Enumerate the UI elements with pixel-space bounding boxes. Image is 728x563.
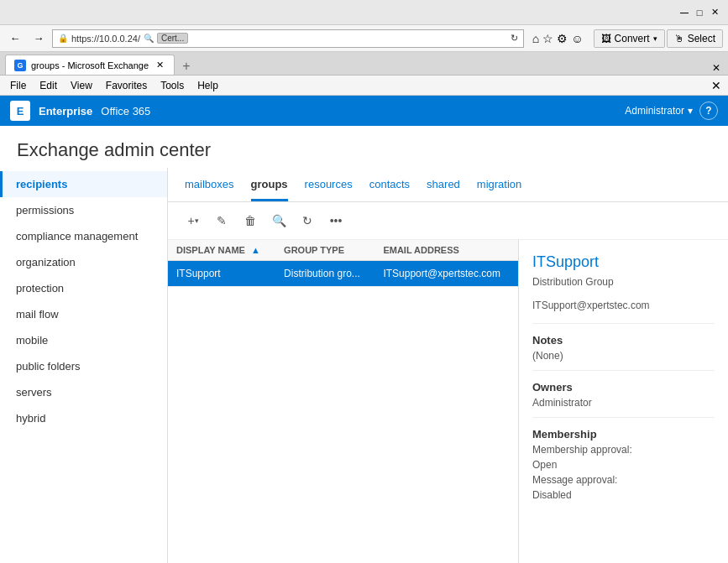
sidebar-item-compliance[interactable]: compliance management [0,223,167,249]
table-body: ITSupport Distribution gro... ITSupport@… [168,261,518,287]
gear-icon[interactable]: ⚙ [557,32,568,45]
browser-close-button[interactable]: ✕ [710,61,723,75]
detail-subtitle-line1: Distribution Group [532,276,715,288]
toolbar-icons: ⌂ ☆ ⚙ ☺ [532,32,584,45]
membership-label: Membership [532,428,715,440]
titlebar-right: ─ □ ✕ [678,6,721,19]
add-icon: + [187,214,194,227]
subnav-shared[interactable]: shared [427,168,460,201]
admin-label: Administrator [625,105,684,117]
menu-favorites[interactable]: Favorites [99,78,154,93]
tab-icon: G [14,60,26,71]
browser-toolbar-right: 🖼 Convert ▾ 🖱 Select [594,29,723,48]
owners-label: Owners [532,381,715,394]
app-wrapper: ─ □ ✕ ← → 🔒 https://10.0.0.24/ 🔍 Cert...… [0,0,728,563]
address-bar[interactable]: 🔒 https://10.0.0.24/ 🔍 Cert... ↻ [52,29,524,48]
table-row[interactable]: ITSupport Distribution gro... ITSupport@… [168,261,518,287]
sidebar-item-mobile[interactable]: mobile [0,327,167,353]
search-button[interactable]: 🔍 [267,209,291,232]
more-button[interactable]: ••• [324,209,348,232]
sidebar-item-hybrid[interactable]: hybrid [0,405,167,431]
sidebar-item-protection[interactable]: protection [0,275,167,301]
sidebar-item-permissions[interactable]: permissions [0,197,167,223]
sidebar-item-organization[interactable]: organization [0,249,167,275]
admin-dropdown-arrow: ▾ [688,105,693,117]
more-icon: ••• [330,214,343,227]
back-button[interactable]: ← [5,29,25,49]
refresh-icon: ↻ [302,214,312,227]
page-title: Exchange admin center [0,126,728,168]
col-group-type: GROUP TYPE [275,240,374,261]
subnav-resources[interactable]: resources [305,168,353,201]
owners-value: Administrator [532,397,715,409]
edit-icon: ✎ [217,214,227,227]
content-toolbar: + ▾ ✎ 🗑 🔍 ↻ ••• [168,202,728,240]
detail-subtitle-line2: ITSupport@xpertstec.com [532,300,715,311]
cell-email-address: ITSupport@xpertstec.com [374,261,518,287]
col-email-address: EMAIL ADDRESS [374,240,518,261]
menu-view[interactable]: View [64,78,99,93]
menu-file[interactable]: File [3,78,33,93]
office365-label[interactable]: Office 365 [101,105,150,117]
menu-tools[interactable]: Tools [154,78,191,93]
menu-edit[interactable]: Edit [33,78,64,93]
sort-arrow-icon: ▲ [251,245,260,255]
subnav-migration[interactable]: migration [477,168,521,201]
sidebar: recipients permissions compliance manage… [0,168,168,563]
table-header-row: DISPLAY NAME ▲ GROUP TYPE EMAIL ADDRESS [168,240,518,261]
message-approval-value: Disabled [532,489,715,501]
sidebar-item-servers[interactable]: servers [0,379,167,405]
add-button[interactable]: + ▾ [181,209,205,232]
detail-separator-3 [532,417,715,418]
enterprise-label[interactable]: Enterprise [39,105,92,117]
search-icon: 🔍 [144,34,154,43]
refresh-button[interactable]: ↻ [296,209,319,232]
active-tab[interactable]: G groups - Microsoft Exchange ✕ [5,55,175,75]
lock-icon: 🔒 [58,34,68,43]
app-header-right: Administrator ▾ ? [625,102,718,120]
delete-button[interactable]: 🗑 [238,209,262,232]
minimize-button[interactable]: ─ [678,6,691,19]
convert-button[interactable]: 🖼 Convert ▾ [594,29,665,48]
content-area: mailboxes groups resources contacts shar… [168,168,728,563]
edit-button[interactable]: ✎ [210,209,233,232]
cell-display-name: ITSupport [168,261,275,287]
detail-title: ITSupport [532,253,715,271]
tab-bar: G groups - Microsoft Exchange ✕ + ✕ [0,52,728,76]
help-button[interactable]: ? [699,102,718,120]
menu-bar: File Edit View Favorites Tools Help ✕ [0,76,728,96]
sidebar-item-public-folders[interactable]: public folders [0,353,167,379]
notes-value: (None) [532,350,715,362]
detail-separator-2 [532,370,715,371]
convert-icon: 🖼 [601,33,611,44]
address-text: https://10.0.0.24/ [71,34,140,44]
sidebar-item-mail-flow[interactable]: mail flow [0,301,167,327]
sidebar-item-recipients[interactable]: recipients [0,171,167,197]
close-x-button[interactable]: ✕ [708,77,725,94]
forward-button[interactable]: → [29,29,49,49]
subnav-contacts[interactable]: contacts [369,168,410,201]
sub-nav: mailboxes groups resources contacts shar… [168,168,728,202]
table-header: DISPLAY NAME ▲ GROUP TYPE EMAIL ADDRESS [168,240,518,261]
notes-label: Notes [532,334,715,347]
cert-badge[interactable]: Cert... [157,33,188,44]
refresh-icon[interactable]: ↻ [511,33,518,44]
browser-nav: ← → 🔒 https://10.0.0.24/ 🔍 Cert... ↻ ⌂ ☆… [0,25,728,52]
select-icon: 🖱 [674,33,684,44]
browser-titlebar: ─ □ ✕ [0,0,728,25]
tab-label: groups - Microsoft Exchange [31,60,149,70]
menu-help[interactable]: Help [191,78,225,93]
new-tab-button[interactable]: + [178,58,195,75]
subnav-groups[interactable]: groups [251,168,288,201]
tab-close-button[interactable]: ✕ [154,60,165,71]
select-button[interactable]: 🖱 Select [667,29,723,48]
maximize-button[interactable]: □ [693,6,706,19]
favorites-icon[interactable]: ☆ [542,32,553,45]
face-icon[interactable]: ☺ [571,32,583,45]
close-window-button[interactable]: ✕ [708,6,721,19]
admin-dropdown[interactable]: Administrator ▾ [625,105,693,117]
home-icon[interactable]: ⌂ [532,32,539,45]
subnav-mailboxes[interactable]: mailboxes [185,168,234,201]
main-layout: recipients permissions compliance manage… [0,168,728,563]
menu-bar-right: ✕ [708,77,725,94]
